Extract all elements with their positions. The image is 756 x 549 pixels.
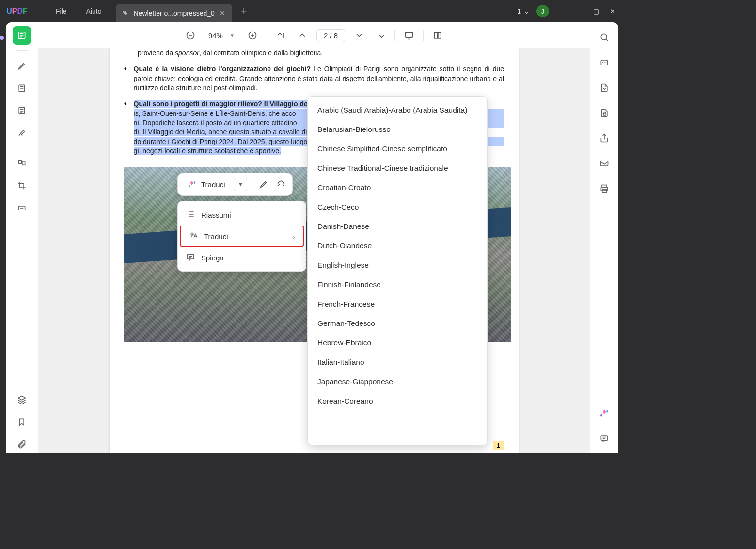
svg-rect-14 <box>601 161 608 166</box>
separator <box>267 30 267 41</box>
close-tab-icon[interactable]: ✕ <box>220 9 225 17</box>
ai-translate-button[interactable]: Traduci <box>183 177 229 192</box>
question-text: Quale è la visione dietro l'organizzazio… <box>134 65 314 73</box>
svg-rect-8 <box>406 32 413 37</box>
first-page-button[interactable] <box>274 28 288 43</box>
page-number: 1 <box>493 441 504 450</box>
translate-label: Traduci <box>201 180 225 189</box>
top-toolbar: 94% ▼ 2 / 8 <box>38 22 590 48</box>
indicator-dot <box>0 36 4 40</box>
ai-context-menu: Riassumi Traduci › Spiega <box>177 201 306 272</box>
zoom-level[interactable]: 94% ▼ <box>205 32 238 40</box>
selected-text: , anche questo situato a cavallo di <box>205 128 307 136</box>
left-sidebar <box>6 22 38 453</box>
lang-option[interactable]: Japanese-Giapponese <box>308 372 487 391</box>
lang-option[interactable]: Arabic (Saudi Arabia)-Arabo (Arabia Saud… <box>308 100 487 120</box>
lang-option[interactable]: Chinese Simplified-Cinese semplificato <box>308 139 487 159</box>
sign-tool[interactable] <box>13 124 31 142</box>
window-count-label: 1 <box>517 7 521 15</box>
lang-option[interactable]: Korean-Coreano <box>308 391 487 411</box>
print-button[interactable] <box>597 181 612 196</box>
separator <box>252 178 252 190</box>
last-page-button[interactable] <box>373 28 388 43</box>
language-submenu: Arabic (Saudi Arabia)-Arabo (Arabia Saud… <box>307 96 488 445</box>
convert-button[interactable] <box>597 81 612 95</box>
maximize-button[interactable]: ▢ <box>591 7 601 15</box>
lang-option[interactable]: Italian-Italiano <box>308 353 487 372</box>
svg-rect-9 <box>434 32 437 38</box>
lang-option[interactable]: Hebrew-Ebraico <box>308 333 487 353</box>
menu-file[interactable]: File <box>46 7 77 15</box>
lang-option[interactable]: Belarusian-Bielorusso <box>308 120 487 139</box>
reader-tool[interactable] <box>13 26 31 45</box>
window-count[interactable]: 1 ⌄ <box>517 7 530 15</box>
edit-tool[interactable] <box>13 79 31 97</box>
menu-help[interactable]: Aiuto <box>77 7 111 15</box>
menu-summarize[interactable]: Riassumi <box>178 204 306 226</box>
translate-icon <box>189 231 197 242</box>
search-button[interactable] <box>597 30 612 45</box>
menu-label: Riassumi <box>201 211 231 219</box>
presentation-button[interactable] <box>402 28 416 43</box>
titlebar: UPDF File Aiuto ✎ Newletter o...ompresse… <box>0 0 624 22</box>
svg-point-11 <box>601 34 607 40</box>
next-page-button[interactable] <box>352 28 366 43</box>
zoom-in-button[interactable] <box>245 28 260 43</box>
view-mode-button[interactable] <box>430 28 445 43</box>
selection-toolbar: Traduci ▼ <box>177 173 293 196</box>
crop-tool[interactable] <box>13 177 31 195</box>
lang-option[interactable]: Czech-Ceco <box>308 197 487 217</box>
highlight-icon[interactable] <box>257 178 270 191</box>
lang-option[interactable]: Danish-Danese <box>308 217 487 236</box>
right-sidebar <box>590 22 618 453</box>
svg-rect-10 <box>438 32 441 38</box>
separator <box>394 30 395 41</box>
bookmark-tool[interactable] <box>13 413 31 431</box>
highlight-tool[interactable] <box>13 57 31 75</box>
zoom-out-button[interactable] <box>183 28 198 43</box>
menu-translate[interactable]: Traduci › <box>180 226 304 247</box>
close-window-button[interactable]: ✕ <box>608 7 617 15</box>
dropdown-button[interactable]: ▼ <box>234 178 247 191</box>
layers-tool[interactable] <box>13 390 31 409</box>
new-tab-button[interactable]: + <box>232 5 256 17</box>
svg-rect-18 <box>601 436 607 440</box>
ocr-button[interactable] <box>597 55 612 70</box>
lang-option[interactable]: Chinese Traditional-Cinese tradizionale <box>308 159 487 178</box>
comments-button[interactable] <box>597 431 612 446</box>
more-icon[interactable] <box>275 178 287 191</box>
lang-option[interactable]: Finnish-Finlandese <box>308 275 487 294</box>
ai-assistant-button[interactable] <box>597 406 612 420</box>
separator <box>423 30 424 41</box>
prev-page-button[interactable] <box>295 28 310 43</box>
chevron-down-icon: ⌄ <box>524 7 530 15</box>
page-input[interactable]: 2 / 8 <box>316 29 345 42</box>
user-avatar[interactable]: J <box>536 5 549 17</box>
lang-option[interactable]: German-Tedesco <box>308 314 487 333</box>
form-tool[interactable] <box>13 101 31 120</box>
lang-option[interactable]: French-Francese <box>308 294 487 314</box>
menu-explain[interactable]: Spiega <box>178 247 306 268</box>
separator <box>16 148 28 148</box>
pencil-icon: ✎ <box>123 9 128 17</box>
minimize-button[interactable]: — <box>575 7 584 15</box>
lang-option[interactable]: English-Inglese <box>308 256 487 275</box>
separator <box>40 6 40 16</box>
menu-label: Traduci <box>204 232 228 241</box>
email-button[interactable] <box>597 156 612 171</box>
chevron-right-icon: › <box>293 232 295 241</box>
organize-tool[interactable] <box>13 154 31 173</box>
redact-tool[interactable] <box>13 199 31 217</box>
separator <box>562 6 562 16</box>
text-line: proviene da sponsor, dal comitato olimpi… <box>124 48 504 58</box>
lang-option[interactable]: Croatian-Croato <box>308 178 487 197</box>
document-tab[interactable]: ✎ Newletter o...ompressed_0 ✕ <box>116 4 232 22</box>
share-button[interactable] <box>597 131 612 145</box>
svg-rect-3 <box>18 160 21 164</box>
attachment-tool[interactable] <box>13 435 31 453</box>
chevron-down-icon: ▼ <box>230 33 235 38</box>
lang-option[interactable]: Dutch-Olandese <box>308 236 487 256</box>
menu-label: Spiega <box>201 254 224 262</box>
protect-button[interactable] <box>597 106 612 120</box>
separator <box>16 50 28 51</box>
